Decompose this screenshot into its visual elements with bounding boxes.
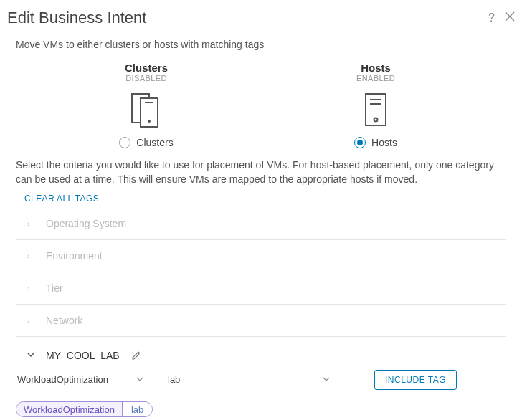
category-row-os[interactable]: › Operating System — [16, 208, 506, 240]
svg-rect-6 — [366, 94, 386, 125]
dialog-title: Edit Business Intent — [7, 9, 146, 27]
option-hosts: Hosts ENABLED Hosts — [318, 62, 433, 148]
chip-category: WorkloadOptimization — [16, 402, 122, 416]
option-clusters: Clusters DISABLED Clusters — [89, 62, 204, 148]
chevron-down-icon — [136, 376, 143, 384]
category-row-environment[interactable]: › Environment — [16, 240, 506, 272]
criteria-description: Select the criteria you would like to us… — [0, 148, 522, 189]
clear-all-tags-link[interactable]: CLEAR ALL TAGS — [0, 189, 522, 208]
svg-point-5 — [148, 120, 151, 123]
radio-clusters[interactable] — [119, 137, 130, 148]
chevron-down-icon — [323, 376, 330, 384]
category-label: Network — [46, 315, 82, 326]
chevron-right-icon: › — [27, 284, 34, 292]
tag-dropdown[interactable]: lab — [166, 371, 331, 388]
category-row-mycoollab[interactable]: MY_COOL_LAB — [16, 337, 506, 367]
option-hosts-title: Hosts — [361, 62, 391, 74]
category-label: Operating System — [46, 218, 126, 229]
category-dropdown[interactable]: WorkloadOptimization — [16, 371, 145, 388]
chevron-right-icon: › — [27, 252, 34, 260]
chevron-down-icon — [27, 351, 34, 360]
clusters-icon — [125, 90, 168, 130]
radio-clusters-label: Clusters — [136, 137, 173, 148]
intro-description: Move VMs to either clusters or hosts wit… — [0, 34, 522, 57]
chevron-right-icon: › — [27, 219, 34, 228]
category-label: MY_COOL_LAB — [46, 350, 120, 361]
category-dropdown-value: WorkloadOptimization — [17, 374, 108, 385]
category-row-tier[interactable]: › Tier — [16, 272, 506, 305]
tag-dropdown-value: lab — [168, 374, 180, 385]
include-tag-button[interactable]: INCLUDE TAG — [374, 370, 457, 390]
radio-hosts-label: Hosts — [371, 137, 397, 148]
chevron-right-icon: › — [27, 316, 34, 325]
tag-chip[interactable]: WorkloadOptimization lab — [16, 401, 153, 417]
close-icon[interactable] — [505, 11, 515, 24]
radio-hosts[interactable] — [354, 137, 366, 148]
category-label: Tier — [46, 282, 63, 294]
chip-tag: lab — [122, 402, 152, 416]
help-icon[interactable]: ? — [488, 11, 495, 24]
option-clusters-title: Clusters — [125, 62, 168, 74]
category-label: Environment — [46, 250, 103, 262]
option-hosts-status: ENABLED — [356, 74, 395, 82]
pencil-icon[interactable] — [131, 350, 141, 361]
svg-point-9 — [374, 118, 378, 122]
category-row-network[interactable]: › Network — [16, 305, 506, 337]
hosts-icon — [354, 90, 397, 130]
option-clusters-status: DISABLED — [125, 74, 167, 82]
